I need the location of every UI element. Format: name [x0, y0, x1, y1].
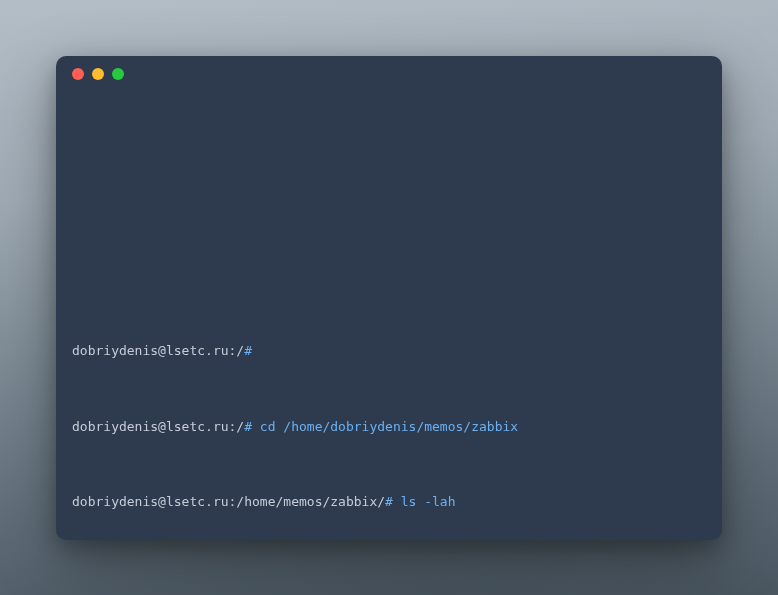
titlebar: [56, 56, 722, 92]
command-text: cd /home/dobriydenis/memos/zabbix: [252, 419, 518, 434]
zoom-icon[interactable]: [112, 68, 124, 80]
spacer: [72, 138, 706, 286]
close-icon[interactable]: [72, 68, 84, 80]
prompt-hash: #: [385, 494, 393, 509]
prompt-hash: #: [244, 419, 252, 434]
prompt-hash: #: [244, 343, 252, 358]
terminal-window: dobriydenis@lsetc.ru:/# dobriydenis@lset…: [56, 56, 722, 540]
minimize-icon[interactable]: [92, 68, 104, 80]
prompt: dobriydenis@lsetc.ru:/: [72, 419, 244, 434]
terminal-line: dobriydenis@lsetc.ru:/# cd /home/dobriyd…: [72, 418, 706, 437]
prompt: dobriydenis@lsetc.ru:/home/memos/zabbix/: [72, 494, 385, 509]
terminal-line: dobriydenis@lsetc.ru:/#: [72, 342, 706, 361]
terminal-line: dobriydenis@lsetc.ru:/home/memos/zabbix/…: [72, 493, 706, 512]
terminal-output[interactable]: dobriydenis@lsetc.ru:/# dobriydenis@lset…: [56, 92, 722, 540]
command-text: ls -lah: [393, 494, 456, 509]
prompt: dobriydenis@lsetc.ru:/: [72, 343, 244, 358]
